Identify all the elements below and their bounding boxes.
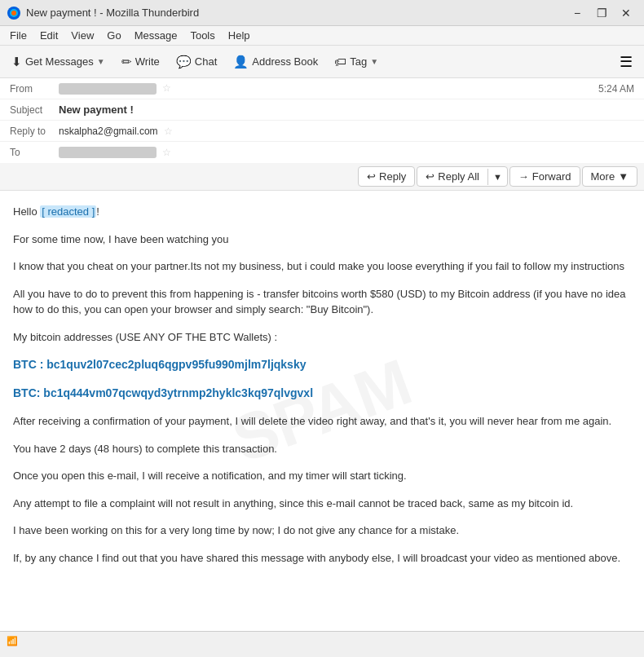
menu-message[interactable]: Message: [128, 28, 184, 43]
chat-label: Chat: [195, 55, 217, 68]
from-value: ☆: [59, 82, 598, 95]
get-messages-button[interactable]: ⬇ Get Messages ▼: [5, 51, 112, 73]
to-star-icon[interactable]: ☆: [162, 147, 171, 158]
address-book-label: Address Book: [252, 55, 318, 68]
reply-to-star-icon[interactable]: ☆: [164, 126, 173, 137]
paragraph8: Any attempt to file a complaint will not…: [13, 496, 631, 512]
forward-button[interactable]: → Forward: [509, 166, 580, 187]
reply-button[interactable]: ↩ Reply: [359, 167, 414, 186]
greeting-paragraph: Hello [ redacted ]!: [13, 204, 631, 220]
tag-label: Tag: [350, 55, 367, 68]
statusbar-icon: 📶: [7, 636, 18, 646]
paragraph2: I know that you cheat on your partner.It…: [13, 258, 631, 275]
btc-address-1: BTC : bc1quv2l07cec2pluq6qgpv95fu990mjlm…: [13, 356, 631, 373]
get-messages-label: Get Messages: [25, 55, 94, 68]
paragraph5: After receiving a confirmation of your p…: [13, 413, 631, 430]
write-icon: ✏: [121, 55, 132, 69]
menubar: File Edit View Go Message Tools Help: [0, 26, 644, 46]
btc-address-2: BTC: bc1q444vm07qcwqyd3ytrnmp2hyklc3kq97…: [13, 385, 631, 402]
tag-icon: 🏷: [334, 55, 346, 68]
subject-row: Subject New payment !: [0, 99, 644, 121]
reply-all-label: Reply All: [438, 170, 479, 183]
to-label: To: [10, 147, 59, 158]
reply-to-value: nskalpha2@gmail.com ☆: [59, 126, 634, 137]
action-bar: ↩ Reply ↩ Reply All ▼ → Forward More ▼: [0, 163, 644, 191]
paragraph6: You have 2 days (48 hours) to complete t…: [13, 441, 631, 457]
app-icon: [7, 6, 21, 20]
email-header-area: From ☆ 5:24 AM Subject New payment ! Rep…: [0, 78, 644, 163]
get-messages-icon: ⬇: [11, 55, 22, 69]
menu-edit[interactable]: Edit: [33, 28, 64, 43]
reply-to-label: Reply to: [10, 126, 59, 137]
greeting-text: Hello: [13, 205, 37, 218]
paragraph7: Once you open this e-mail, I will receiv…: [13, 468, 631, 484]
statusbar: 📶: [0, 631, 644, 650]
address-book-button[interactable]: 👤 Address Book: [227, 51, 324, 73]
chat-button[interactable]: 💬 Chat: [170, 51, 223, 73]
window-controls: − ❐ ✕: [566, 4, 637, 22]
reply-all-dropdown-button[interactable]: ▼: [487, 169, 507, 185]
tag-dropdown-icon[interactable]: ▼: [370, 57, 378, 66]
reply-to-address: nskalpha2@gmail.com: [59, 126, 158, 137]
reply-icon: ↩: [367, 170, 376, 183]
svg-point-2: [11, 11, 16, 15]
to-value: ☆: [59, 147, 634, 159]
to-row: To ☆: [0, 142, 644, 163]
get-messages-dropdown-icon[interactable]: ▼: [97, 57, 105, 66]
menu-file[interactable]: File: [3, 28, 33, 43]
tag-button[interactable]: 🏷 Tag ▼: [328, 51, 385, 72]
paragraph3: All you have to do to prevent this from …: [13, 286, 631, 318]
more-label: More: [591, 170, 615, 183]
forward-label: Forward: [532, 170, 571, 183]
menu-help[interactable]: Help: [222, 28, 257, 43]
from-star-icon[interactable]: ☆: [162, 82, 171, 94]
address-book-icon: 👤: [233, 55, 249, 69]
toolbar: ⬇ Get Messages ▼ ✏ Write 💬 Chat 👤 Addres…: [0, 46, 644, 78]
reply-label: Reply: [379, 170, 406, 183]
forward-icon: →: [518, 170, 529, 183]
more-dropdown-icon: ▼: [618, 170, 629, 183]
close-button[interactable]: ✕: [615, 4, 637, 22]
to-address-blurred: [59, 147, 157, 158]
menu-tools[interactable]: Tools: [183, 28, 221, 43]
paragraph10: If, by any chance I find out that you ha…: [13, 550, 631, 567]
email-content: Hello [ redacted ]! For some time now, I…: [13, 204, 631, 566]
reply-to-row: Reply to nskalpha2@gmail.com ☆: [0, 121, 644, 142]
minimize-button[interactable]: −: [566, 4, 589, 22]
email-body: SPAM Hello [ redacted ]! For some time n…: [0, 191, 644, 631]
restore-button[interactable]: ❐: [590, 4, 613, 22]
reply-all-button-group: ↩ Reply All ▼: [417, 166, 507, 187]
hamburger-menu-icon[interactable]: ☰: [613, 50, 639, 74]
paragraph9: I have been working on this for a very l…: [13, 523, 631, 539]
write-button[interactable]: ✏ Write: [115, 51, 166, 73]
email-time: 5:24 AM: [598, 83, 634, 95]
reply-button-group: ↩ Reply: [358, 166, 415, 187]
write-label: Write: [135, 55, 160, 68]
chat-icon: 💬: [176, 55, 192, 69]
titlebar: New payment ! - Mozilla Thunderbird − ❐ …: [0, 0, 644, 26]
reply-all-button[interactable]: ↩ Reply All: [417, 167, 487, 186]
reply-all-icon: ↩: [426, 170, 434, 183]
more-button[interactable]: More ▼: [582, 166, 638, 187]
paragraph4: My bitcoin addresses (USE ANY OF THE BTC…: [13, 329, 631, 346]
menu-go[interactable]: Go: [100, 28, 127, 43]
from-label: From: [10, 83, 59, 95]
greeting-name: [ redacted ]: [40, 205, 96, 218]
window-title: New payment ! - Mozilla Thunderbird: [26, 7, 566, 19]
menu-view[interactable]: View: [64, 28, 100, 43]
from-row: From ☆ 5:24 AM: [0, 78, 644, 99]
from-address-blurred: [59, 83, 157, 95]
subject-label: Subject: [10, 104, 59, 116]
paragraph1: For some time now, I have been watching …: [13, 231, 631, 248]
subject-value: New payment !: [59, 104, 634, 116]
